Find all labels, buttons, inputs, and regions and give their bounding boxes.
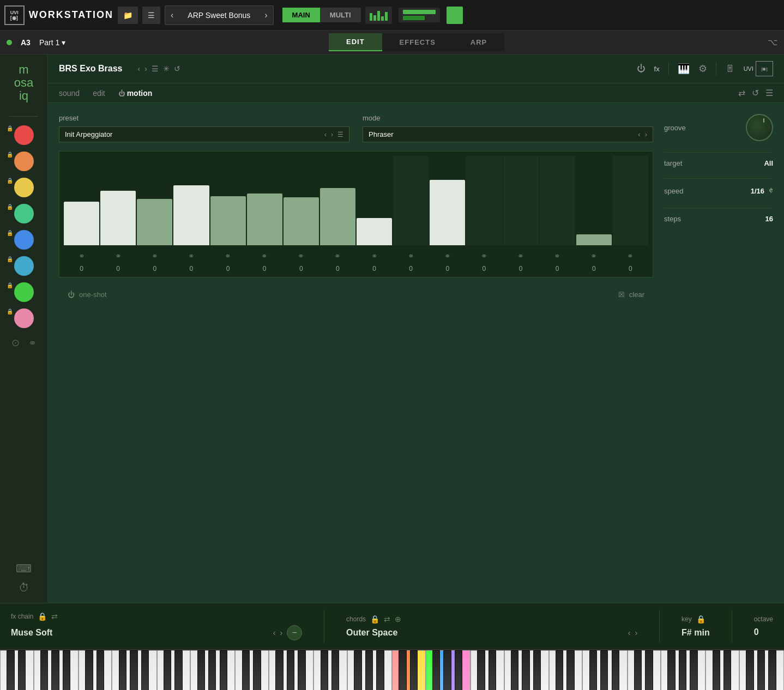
link-icon-7[interactable]: ⚭ (320, 252, 355, 261)
black-key-40[interactable] (455, 650, 462, 690)
subnav-sound[interactable]: sound (59, 89, 80, 98)
seq-bar-3[interactable] (173, 156, 209, 245)
black-key-7[interactable] (85, 650, 93, 690)
black-key-46[interactable] (522, 650, 529, 690)
black-key-38[interactable] (432, 650, 440, 690)
inst-next-button[interactable]: › (144, 64, 147, 73)
piano-keys[interactable]: C-1C0C1C2C3C4C5C6C7C8 (0, 650, 784, 690)
seq-bar-11[interactable] (466, 156, 502, 245)
black-key-39[interactable] (443, 650, 451, 690)
inst-prev-button[interactable]: ‹ (138, 64, 141, 73)
fx-prev-button[interactable]: ‹ (273, 628, 276, 637)
one-shot-button[interactable]: ⏻ one-shot (68, 290, 107, 299)
black-key-54[interactable] (612, 650, 619, 690)
fx-button[interactable]: fx (654, 65, 660, 73)
preset-dropdown[interactable]: Init Arpeggiator ‹ › ☰ (59, 126, 349, 142)
black-key-36[interactable] (410, 650, 418, 690)
link-icon-5[interactable]: ⚭ (247, 252, 282, 261)
seq-bar-14[interactable] (576, 156, 612, 245)
black-key-4[interactable] (51, 650, 59, 690)
seq-bar-13[interactable] (540, 156, 575, 245)
black-key-61[interactable] (690, 650, 697, 690)
link-icon-0[interactable]: ⚭ (64, 252, 99, 261)
link-icon-13[interactable]: ⚭ (540, 252, 575, 261)
link-icon-10[interactable]: ⚭ (430, 252, 465, 261)
subnav-edit[interactable]: edit (93, 89, 105, 98)
tab-effects[interactable]: EFFECTS (382, 33, 453, 51)
shuffle-icon[interactable]: ⇄ (738, 88, 745, 98)
link-icon-4[interactable]: ⚭ (210, 252, 246, 261)
black-key-3[interactable] (40, 650, 48, 690)
link-icon-1[interactable]: ⚭ (100, 252, 136, 261)
link-icon-11[interactable]: ⚭ (466, 252, 502, 261)
fx-shuffle-icon[interactable]: ⇄ (51, 612, 58, 621)
seq-bar-8[interactable] (357, 156, 392, 245)
inst-list-button[interactable]: ☰ (152, 64, 159, 73)
color-dot-lightblue[interactable]: 🔒 (14, 256, 34, 276)
mixer-icon-button[interactable]: 🎚 (725, 63, 735, 75)
black-key-66[interactable] (746, 650, 753, 690)
subnav-motion[interactable]: ⏻ motion (118, 89, 153, 98)
black-key-59[interactable] (667, 650, 675, 690)
black-key-18[interactable] (208, 650, 216, 690)
black-key-45[interactable] (511, 650, 518, 690)
piano-icon-button[interactable]: 🎹 (678, 63, 690, 75)
seq-bar-0[interactable] (64, 156, 99, 245)
black-key-5[interactable] (63, 650, 70, 690)
black-key-15[interactable] (174, 650, 182, 690)
black-key-24[interactable] (275, 650, 283, 690)
clear-button[interactable]: ☒ clear (618, 290, 644, 299)
seq-bar-7[interactable] (320, 156, 355, 245)
black-key-64[interactable] (723, 650, 731, 690)
fx-minus-button[interactable]: − (287, 625, 302, 640)
link-icon-6[interactable]: ⚭ (284, 252, 319, 261)
black-key-29[interactable] (331, 650, 339, 690)
black-key-68[interactable] (768, 650, 776, 690)
black-key-50[interactable] (566, 650, 574, 690)
fx-next-button[interactable]: › (280, 628, 282, 637)
menu-button[interactable]: ☰ (142, 7, 160, 24)
link-icon-15[interactable]: ⚭ (613, 252, 648, 261)
black-key-11[interactable] (130, 650, 137, 690)
power-button[interactable]: ⏻ (637, 64, 646, 74)
black-key-10[interactable] (119, 650, 126, 690)
black-key-47[interactable] (533, 650, 541, 690)
seq-bar-10[interactable] (430, 156, 465, 245)
groove-knob[interactable] (746, 114, 773, 141)
black-key-35[interactable] (399, 650, 406, 690)
inst-star-button[interactable]: ✳ (163, 64, 170, 73)
black-key-8[interactable] (97, 650, 104, 690)
seq-bar-12[interactable] (503, 156, 539, 245)
link-icon-9[interactable]: ⚭ (393, 252, 429, 261)
chords-prev-button[interactable]: ‹ (628, 628, 631, 637)
prev-preset-button[interactable]: ‹ (165, 6, 179, 25)
black-key-25[interactable] (287, 650, 294, 690)
chords-add-icon[interactable]: ⊕ (395, 615, 401, 624)
black-key-0[interactable] (7, 650, 14, 690)
inst-refresh-button[interactable]: ↺ (174, 64, 180, 73)
chords-next-button[interactable]: › (635, 628, 637, 637)
black-key-53[interactable] (600, 650, 608, 690)
black-key-14[interactable] (164, 650, 171, 690)
seq-bar-1[interactable] (100, 156, 136, 245)
keyboard-icon[interactable]: ⌨ (16, 562, 32, 575)
next-preset-button[interactable]: › (259, 6, 273, 25)
menu-icon[interactable]: ☰ (765, 88, 773, 98)
link-icon-8[interactable]: ⚭ (357, 252, 392, 261)
color-dot-green[interactable]: 🔒 (14, 282, 34, 302)
black-key-57[interactable] (645, 650, 653, 690)
chords-lock-icon[interactable]: 🔒 (370, 615, 379, 624)
black-key-49[interactable] (556, 650, 563, 690)
black-key-67[interactable] (757, 650, 765, 690)
black-key-1[interactable] (18, 650, 26, 690)
sequencer-grid[interactable] (59, 152, 653, 250)
black-key-28[interactable] (321, 650, 328, 690)
black-key-52[interactable] (589, 650, 597, 690)
mode-dropdown[interactable]: Phraser ‹ › (363, 126, 653, 142)
chords-shuffle-icon[interactable]: ⇄ (384, 615, 390, 624)
link-icon-3[interactable]: ⚭ (173, 252, 209, 261)
black-key-42[interactable] (477, 650, 485, 690)
black-key-43[interactable] (489, 650, 496, 690)
link-icon-12[interactable]: ⚭ (503, 252, 539, 261)
black-key-60[interactable] (679, 650, 686, 690)
